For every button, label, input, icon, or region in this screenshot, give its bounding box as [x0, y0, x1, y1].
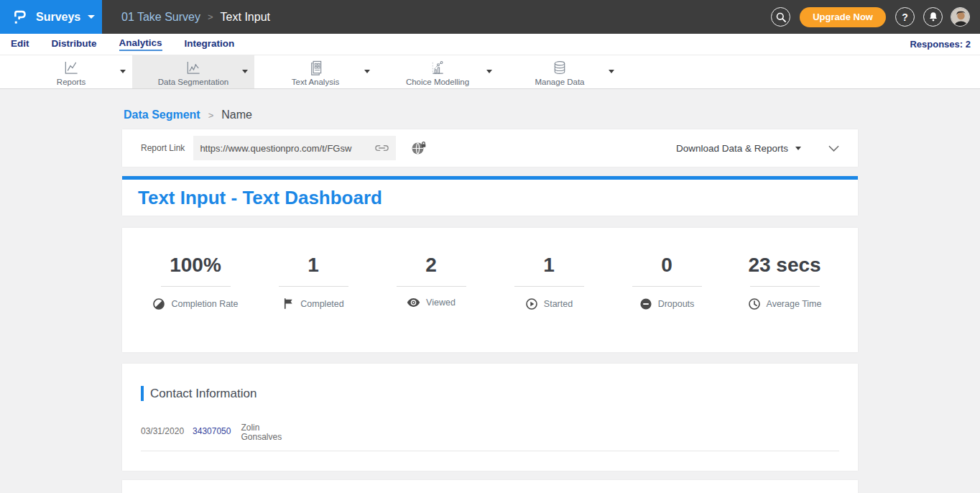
eye-icon — [407, 298, 420, 308]
segmentation-chart-icon — [184, 59, 203, 77]
divider — [632, 286, 702, 287]
completion-rate-icon — [152, 298, 165, 310]
notifications-button[interactable] — [923, 7, 943, 27]
chevron-down-icon[interactable] — [609, 70, 614, 73]
nav-tab-analytics[interactable]: Analytics — [119, 37, 162, 51]
breadcrumb-data-segment[interactable]: Data Segment — [124, 109, 200, 121]
chevron-down-icon[interactable] — [242, 70, 248, 73]
response-date: 03/31/2020 — [141, 423, 184, 436]
chevron-down-icon — [795, 147, 801, 150]
stat-value: 1 — [543, 254, 555, 277]
search-icon — [776, 12, 786, 22]
toolbar-item-reports[interactable]: Reports — [10, 55, 132, 88]
product-switcher[interactable]: Surveys — [0, 0, 102, 34]
top-bar: Surveys 01 Take Survey > Text Input Upgr… — [0, 0, 980, 34]
chevron-expand-icon — [828, 145, 839, 152]
upgrade-now-button[interactable]: Upgrade Now — [800, 7, 886, 27]
minus-circle-icon — [639, 298, 652, 310]
stat-value: 100% — [170, 254, 221, 277]
report-link-input[interactable]: https://www.questionpro.com/t/FGsw — [193, 136, 396, 160]
chain-link-icon — [374, 144, 389, 152]
stat-label: Completion Rate — [171, 299, 238, 309]
dashboard-title-card: Text Input - Text Dashboard — [122, 176, 858, 216]
document-grid-icon — [306, 59, 325, 77]
nav-tab-distribute[interactable]: Distribute — [52, 38, 97, 50]
database-icon — [550, 59, 569, 77]
toolbar-item-label: Choice Modelling — [406, 78, 469, 86]
user-avatar[interactable] — [951, 7, 970, 27]
chevron-down-icon[interactable] — [120, 70, 126, 73]
stat-completion-rate: 100% Completion Rate — [137, 254, 254, 352]
stat-value: 23 secs — [748, 254, 820, 277]
stat-label: Viewed — [426, 298, 456, 308]
toolbar-item-label: Manage Data — [535, 78, 584, 86]
stat-label: Average Time — [767, 299, 822, 309]
play-circle-icon — [525, 298, 538, 310]
divider — [141, 451, 839, 451]
help-button[interactable]: ? — [895, 7, 915, 27]
line-chart-icon — [62, 59, 80, 77]
chevron-down-icon[interactable] — [364, 70, 370, 73]
survey-nav: Edit Distribute Analytics Integration Re… — [0, 34, 980, 55]
question-mark-icon: ? — [902, 11, 908, 23]
breadcrumb-question-name: Text Input — [221, 11, 270, 24]
stats-summary-card: 100% Completion Rate 1 — [122, 228, 858, 352]
stat-value: 0 — [661, 254, 672, 277]
segment-breadcrumb: Data Segment > Name — [122, 107, 858, 123]
stat-label: Started — [544, 299, 573, 309]
nav-tab-integration[interactable]: Integration — [185, 38, 235, 50]
divider — [397, 286, 466, 287]
breadcrumb-survey-name[interactable]: 01 Take Survey — [121, 11, 200, 24]
stat-label: Dropouts — [658, 299, 695, 309]
response-id-link[interactable]: 34307050 — [193, 423, 231, 436]
stat-completed: 1 Completed — [254, 254, 372, 352]
contact-row: 03/31/2020 34307050 Zolin Gonsalves — [141, 423, 839, 442]
page-title: Text Input - Text Dashboard — [138, 187, 382, 209]
scatter-chart-icon — [428, 59, 447, 77]
divider — [161, 286, 231, 287]
stat-average-time: 23 secs Average Time — [726, 254, 843, 352]
questionpro-logo-icon — [12, 8, 27, 27]
toolbar-item-text-analysis[interactable]: Text Analysis — [254, 55, 376, 88]
responses-count[interactable]: Responses: 2 — [910, 39, 980, 50]
next-section-card — [122, 480, 858, 493]
stat-value: 1 — [308, 254, 319, 277]
stat-dropouts: 0 Dropouts — [608, 254, 726, 352]
contact-information-card: Contact Information 03/31/2020 34307050 … — [122, 364, 858, 471]
breadcrumb-segment-name: Name — [221, 109, 252, 121]
toolbar-item-data-segmentation[interactable]: Data Segmentation — [132, 55, 254, 88]
avatar-photo — [951, 8, 970, 27]
divider — [514, 286, 584, 287]
download-data-reports-dropdown[interactable]: Download Data & Reports — [676, 143, 801, 154]
main-content: Data Segment > Name Report Link https://… — [0, 89, 980, 493]
contact-heading: Contact Information — [150, 387, 256, 401]
nav-tab-edit[interactable]: Edit — [11, 38, 29, 50]
respondent-first-name: Zolin — [241, 423, 259, 433]
bell-icon — [928, 11, 938, 22]
analytics-toolbar: Reports Data Segmentation Text Analysis … — [0, 55, 980, 89]
toolbar-item-choice-modelling[interactable]: Choice Modelling — [376, 55, 499, 88]
stat-value: 2 — [425, 254, 437, 277]
stat-label: Completed — [300, 299, 343, 309]
breadcrumb-separator: > — [208, 110, 214, 121]
toolbar-item-label: Data Segmentation — [158, 78, 228, 86]
toolbar-item-manage-data[interactable]: Manage Data — [499, 55, 621, 88]
clock-icon — [748, 298, 761, 310]
stat-started: 1 Started — [490, 254, 608, 352]
report-link-bar: Report Link https://www.questionpro.com/… — [122, 129, 858, 167]
breadcrumb: 01 Take Survey > Text Input — [121, 11, 270, 24]
breadcrumb-separator: > — [208, 11, 213, 22]
respondent-last-name: Gonsalves — [241, 432, 282, 442]
chevron-down-icon[interactable] — [486, 70, 492, 73]
topbar-actions: Upgrade Now ? — [771, 7, 980, 27]
search-button[interactable] — [771, 7, 790, 27]
toolbar-item-label: Text Analysis — [292, 78, 339, 86]
report-link-url[interactable]: https://www.questionpro.com/t/FGsw — [200, 143, 374, 154]
flag-icon — [282, 298, 295, 310]
divider — [750, 286, 820, 287]
stat-viewed: 2 Viewed — [372, 254, 490, 352]
respondent-name: Zolin Gonsalves — [241, 423, 282, 442]
globe-lock-icon[interactable] — [411, 141, 427, 155]
collapse-panel-button[interactable] — [828, 145, 839, 152]
toolbar-item-label: Reports — [57, 78, 85, 86]
